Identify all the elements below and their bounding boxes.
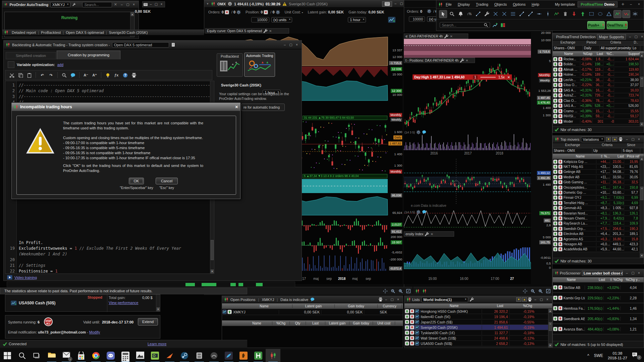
sort-down-icon[interactable]: ▼ xyxy=(606,137,611,141)
close-icon[interactable]: × xyxy=(294,43,300,47)
close-icon[interactable]: × xyxy=(131,2,137,7)
chrome[interactable] xyxy=(89,349,103,362)
crossline-tool[interactable] xyxy=(491,10,499,18)
wrench-icon[interactable] xyxy=(444,34,448,39)
gear-icon[interactable] xyxy=(416,130,421,134)
sell-icon[interactable] xyxy=(558,227,562,231)
buy-icon[interactable] xyxy=(405,325,409,329)
wrench-icon[interactable] xyxy=(460,58,464,63)
tab-major-supports[interactable]: Major Supports xyxy=(597,34,626,40)
close-icon[interactable]: × xyxy=(636,137,642,142)
close-icon[interactable]: ✕ xyxy=(466,59,468,62)
dialog-titlebar[interactable]: Incompatible trading hours ✕ xyxy=(12,103,240,111)
minimize-icon[interactable]: – xyxy=(624,271,630,276)
probacktest-button[interactable]: ProBacktest xyxy=(217,53,243,77)
movers-scrollbar[interactable]: ▲≡▼ xyxy=(640,157,644,258)
undo-icon[interactable]: ↶ xyxy=(39,71,46,79)
varopt-add-link[interactable]: add xyxy=(57,63,63,67)
buy-icon[interactable] xyxy=(405,341,409,346)
my-template-button[interactable]: My template xyxy=(555,2,575,6)
system-name-input[interactable]: Open DAX 5 optimerad xyxy=(112,42,169,48)
list-row[interactable]: Hongkong HS50 Cash (50HK)26 320,2-0,15% xyxy=(405,309,552,314)
gear-icon[interactable] xyxy=(236,10,241,14)
prorealtime[interactable] xyxy=(266,349,280,362)
close-icon[interactable]: × xyxy=(395,297,401,302)
sell-icon[interactable] xyxy=(558,232,562,236)
buy-icon[interactable] xyxy=(553,67,557,72)
lists-scrollbar[interactable]: ▲≡▼ xyxy=(548,309,552,348)
buy-icon[interactable] xyxy=(553,119,557,124)
sell-icon[interactable] xyxy=(558,114,562,118)
sell-icon[interactable] xyxy=(558,72,562,77)
buy-icon[interactable] xyxy=(405,320,409,324)
modify-link[interactable]: Modify xyxy=(89,330,100,334)
table-row[interactable]: Clas O...-0,36%78,...-6,...78,63 xyxy=(553,98,644,104)
zoom-out-icon[interactable] xyxy=(391,289,395,293)
buy-icon[interactable] xyxy=(553,175,557,179)
minimize-icon[interactable]: – xyxy=(149,2,153,7)
minimize-icon[interactable]: – xyxy=(393,1,398,6)
table-row[interactable]: Kambi Grp Ltd229,50(c)+2,23%2,28 xyxy=(553,293,644,303)
tab-creation-by-programming[interactable]: Creation by programming xyxy=(57,51,120,59)
font-larger-icon[interactable]: A⁺ xyxy=(91,71,98,79)
buy-icon[interactable] xyxy=(553,306,557,310)
buy-icon[interactable] xyxy=(553,99,557,103)
pin-icon[interactable]: ✛ xyxy=(620,2,626,7)
table-row[interactable]: Swedish Orp...+7,5...204,6...190,3 xyxy=(553,226,644,231)
position-chart-icon[interactable] xyxy=(222,310,227,314)
banner-scale-one[interactable]: 1 xyxy=(473,75,478,79)
sell-icon[interactable] xyxy=(558,93,562,98)
ellipse-tool[interactable] xyxy=(596,10,604,18)
sell-icon[interactable] xyxy=(558,195,562,200)
sell-icon[interactable] xyxy=(558,62,562,66)
sell-icon[interactable] xyxy=(558,247,562,251)
table-row[interactable]: Rockw...-0,08%1 8...-0,...1 824,44 xyxy=(553,57,644,62)
task-view[interactable] xyxy=(30,349,44,362)
table-row[interactable]: SkiStar AB238,50(c)+3,02%4,04 xyxy=(553,283,644,293)
buy-icon[interactable] xyxy=(405,336,409,340)
sell-icon[interactable] xyxy=(410,330,414,335)
sort-down-icon[interactable]: ▼ xyxy=(516,297,521,302)
table-row[interactable]: Swedbank AB205,40(c)+0,83%1,34 xyxy=(553,314,644,324)
sort-up-icon[interactable]: ▲ xyxy=(522,297,527,302)
buy-icon[interactable] xyxy=(553,170,557,174)
cancel-order-icon[interactable] xyxy=(264,10,268,14)
sell-icon[interactable] xyxy=(558,185,562,190)
buy-icon[interactable] xyxy=(553,327,557,331)
sell-icon[interactable] xyxy=(558,175,562,179)
minimize-icon[interactable]: – xyxy=(383,297,389,302)
chart-type-icon[interactable] xyxy=(388,16,395,23)
info-icon[interactable]: i xyxy=(228,2,232,6)
sell-icon[interactable] xyxy=(558,119,562,124)
cross-tool[interactable] xyxy=(631,10,639,18)
candle-icon[interactable] xyxy=(422,289,427,293)
buy-icon[interactable] xyxy=(553,201,557,205)
maximize-icon[interactable]: ▢ xyxy=(288,43,293,47)
detailed-tab-3[interactable]: Sverige30 Cash (20SK) xyxy=(108,31,149,35)
stop-all-button[interactable]: STOPALL xyxy=(44,317,53,326)
learn-more-link[interactable]: Learn more xyxy=(148,342,166,346)
table-row[interactable]: Moder-0,40%301-0303,01 xyxy=(553,119,644,124)
table-row[interactable]: INVISI...+0,39%59,...-0,...59,17 xyxy=(553,114,644,119)
wrench-icon[interactable] xyxy=(470,297,474,302)
hint-icon[interactable] xyxy=(104,71,111,79)
fit-screen-icon[interactable] xyxy=(406,289,411,293)
line-tool[interactable] xyxy=(526,10,534,18)
buy-icon[interactable] xyxy=(553,93,557,98)
alert-tool[interactable] xyxy=(457,10,465,18)
gear-icon[interactable] xyxy=(276,10,280,14)
minimize-icon[interactable]: – xyxy=(533,297,538,302)
steam[interactable] xyxy=(177,349,192,362)
table-row[interactable]: Avanza Ban...484,40(c)+0,08%1,21 xyxy=(553,324,644,335)
geforce[interactable] xyxy=(148,349,162,362)
openpos-row[interactable]: XMKYJ0,00 SEK0,00 SEKSEK xyxy=(222,309,403,315)
open-chart-icon[interactable] xyxy=(415,314,419,319)
sell-icon[interactable] xyxy=(558,316,562,321)
table-row[interactable]: SAS A...+0,31%16,...-0,...16,03 xyxy=(553,88,644,93)
printer-icon[interactable] xyxy=(528,297,532,302)
app-gray[interactable] xyxy=(192,349,207,362)
menu-objects[interactable]: Objects xyxy=(491,2,510,6)
delete-tool[interactable] xyxy=(561,10,569,18)
percent-scale-tool[interactable]: ↕% xyxy=(465,10,473,18)
maximize-icon[interactable]: ▢ xyxy=(539,297,544,302)
